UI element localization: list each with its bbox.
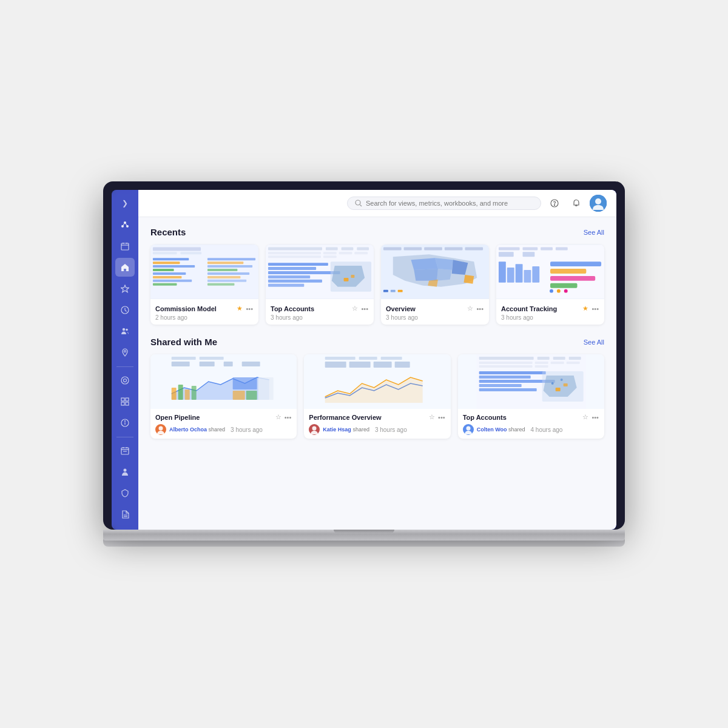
- card-title-overview: Overview: [386, 305, 467, 312]
- svg-line-32: [360, 205, 362, 207]
- card-overview[interactable]: Overview ☆ ••• 3 hours ago: [381, 244, 489, 325]
- avatar-pipeline: [155, 424, 166, 435]
- svg-rect-72: [268, 275, 310, 278]
- card-account-tracking[interactable]: Account Tracking ★ ••• 3 hours ago: [496, 244, 604, 325]
- card-open-pipeline[interactable]: Open Pipeline ☆ •••: [150, 354, 297, 439]
- svg-rect-110: [200, 362, 215, 366]
- svg-rect-46: [153, 272, 186, 275]
- svg-rect-89: [523, 247, 538, 250]
- svg-rect-138: [479, 362, 532, 364]
- card-time-commission: 2 hours ago: [155, 314, 254, 321]
- more-icon-topaccounts-shared[interactable]: •••: [591, 413, 599, 422]
- svg-rect-44: [153, 265, 195, 268]
- app-container: ❯: [112, 190, 616, 530]
- sidebar-icon-info[interactable]: [115, 414, 135, 433]
- svg-rect-92: [499, 252, 514, 257]
- star-icon-pipeline[interactable]: ☆: [275, 413, 282, 422]
- star-icon-topaccounts-shared[interactable]: ☆: [582, 413, 589, 422]
- svg-rect-18: [121, 402, 124, 405]
- star-icon-tracking[interactable]: ★: [582, 304, 589, 313]
- sidebar-icon-calendar2[interactable]: [115, 442, 135, 460]
- shared-info-pipeline: Alberto Ochoa shared 3 hours ago: [155, 424, 292, 435]
- more-icon-commission[interactable]: •••: [245, 305, 254, 313]
- svg-rect-48: [153, 280, 192, 282]
- svg-rect-94: [499, 261, 506, 283]
- card-thumbnail-topaccounts-shared: [458, 354, 604, 409]
- avatar-performance: [309, 424, 320, 435]
- star-icon-topaccounts[interactable]: ☆: [351, 304, 359, 313]
- recents-see-all[interactable]: See All: [584, 229, 604, 236]
- svg-rect-70: [268, 267, 316, 270]
- svg-rect-74: [268, 284, 304, 287]
- sidebar-icon-star[interactable]: [115, 279, 135, 298]
- card-top-accounts-recent[interactable]: Top Accounts ☆ ••• 3 hours ago: [266, 244, 374, 325]
- svg-point-34: [554, 204, 554, 205]
- card-title-tracking: Account Tracking: [501, 305, 582, 312]
- sidebar-icon-clock[interactable]: [115, 300, 135, 319]
- svg-rect-56: [207, 280, 246, 282]
- sidebar-icon-location[interactable]: [115, 343, 135, 362]
- sidebar-icon-calendar[interactable]: [115, 237, 135, 255]
- user-avatar[interactable]: [590, 195, 607, 212]
- card-title-commission: Commission Model: [155, 305, 236, 312]
- star-icon-commission[interactable]: ★: [236, 304, 243, 313]
- card-time-topaccounts: 3 hours ago: [271, 314, 369, 321]
- help-icon-button[interactable]: [546, 195, 563, 212]
- more-icon-topaccounts[interactable]: •••: [360, 305, 369, 313]
- svg-rect-134: [479, 357, 533, 360]
- avatar-topaccounts-shared: [463, 424, 474, 435]
- svg-rect-100: [550, 269, 586, 274]
- svg-rect-109: [172, 362, 190, 366]
- svg-rect-118: [233, 391, 245, 400]
- notifications-icon-button[interactable]: [568, 195, 585, 212]
- shared-see-all[interactable]: See All: [584, 339, 604, 346]
- card-performance-overview[interactable]: Performance Overview ☆ •••: [304, 354, 450, 439]
- svg-rect-112: [242, 362, 260, 366]
- svg-rect-47: [153, 276, 181, 278]
- svg-rect-83: [465, 247, 483, 250]
- sidebar-icon-doc[interactable]: [115, 505, 135, 524]
- svg-point-15: [124, 379, 127, 382]
- svg-rect-50: [207, 258, 255, 260]
- sidebar-icon-home[interactable]: [115, 258, 135, 277]
- more-icon-pipeline[interactable]: •••: [284, 413, 292, 422]
- sidebar-icon-grid[interactable]: [115, 393, 135, 411]
- card-footer-topaccounts: Top Accounts ☆ ••• 3 hours ago: [266, 299, 374, 325]
- more-icon-overview[interactable]: •••: [476, 305, 484, 313]
- search-input[interactable]: [366, 200, 533, 207]
- svg-point-11: [123, 328, 125, 331]
- sidebar-icon-circle[interactable]: [115, 371, 135, 390]
- star-icon-performance[interactable]: ☆: [428, 413, 436, 422]
- svg-rect-125: [359, 357, 377, 360]
- svg-rect-119: [246, 391, 257, 400]
- card-footer-performance: Performance Overview ☆ •••: [304, 409, 450, 439]
- sidebar-icon-group[interactable]: [115, 463, 135, 482]
- sidebar-icon-shield[interactable]: [115, 484, 135, 503]
- svg-rect-97: [524, 270, 531, 283]
- svg-rect-71: [268, 271, 340, 274]
- sidebar-icon-people[interactable]: [115, 322, 135, 341]
- svg-rect-99: [550, 261, 601, 266]
- card-thumbnail-topaccounts: [266, 244, 374, 299]
- sidebar-icon-logo[interactable]: [115, 215, 135, 234]
- sidebar-collapse-button[interactable]: ❯: [116, 195, 133, 211]
- svg-point-155: [466, 426, 470, 431]
- more-icon-tracking[interactable]: •••: [591, 305, 599, 313]
- card-footer-topaccounts-shared: Top Accounts ☆ •••: [458, 409, 604, 439]
- svg-rect-143: [534, 365, 548, 368]
- card-thumbnail-tracking: [496, 244, 604, 299]
- star-icon-overview[interactable]: ☆: [467, 304, 474, 313]
- recents-section-header: Recents See All: [150, 227, 604, 237]
- recents-title: Recents: [150, 227, 186, 237]
- card-top-accounts-shared[interactable]: Top Accounts ☆ •••: [458, 354, 604, 439]
- svg-rect-117: [233, 377, 257, 389]
- search-bar[interactable]: [347, 197, 541, 210]
- svg-rect-140: [550, 362, 564, 364]
- sidebar: ❯: [112, 190, 138, 530]
- card-commission-model[interactable]: Commission Model ★ ••• 2 hours ago: [150, 244, 258, 325]
- card-footer-tracking: Account Tracking ★ ••• 3 hours ago: [496, 299, 604, 325]
- more-icon-performance[interactable]: •••: [437, 413, 446, 422]
- svg-rect-120: [258, 377, 274, 400]
- svg-rect-148: [479, 388, 536, 391]
- thumbnail-svg-tracking: [496, 244, 604, 299]
